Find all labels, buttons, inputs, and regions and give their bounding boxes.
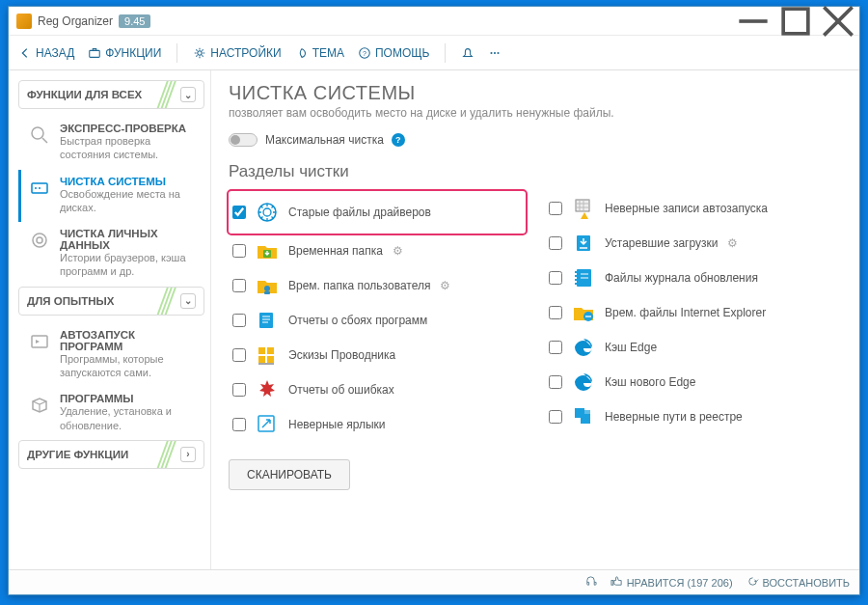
help-menu[interactable]: ? ПОМОЩЬ	[358, 46, 429, 60]
clean-item-usertemp[interactable]: Врем. папка пользователя ⚙	[229, 268, 526, 303]
toolbar: НАЗАД ФУНКЦИИ НАСТРОЙКИ ТЕМА ? ПОМОЩЬ	[9, 36, 859, 70]
clean-item-regpaths[interactable]: Неверные пути в реестре	[545, 399, 842, 434]
checkbox-crash[interactable]	[232, 314, 246, 327]
checkbox-updatelog[interactable]	[549, 271, 562, 285]
checkbox-olddownloads[interactable]	[549, 236, 562, 250]
shortcut-icon	[254, 411, 281, 438]
more-button[interactable]	[488, 46, 502, 60]
svg-text:!: !	[588, 213, 590, 219]
checkbox-old-drivers[interactable]	[232, 206, 246, 219]
restore-button[interactable]: ВОССТАНОВИТЬ	[746, 575, 850, 590]
gear-icon[interactable]: ⚙	[440, 279, 450, 292]
clean-item-updatelog[interactable]: Файлы журнала обновления	[545, 261, 842, 295]
scan-button[interactable]: СКАНИРОВАТЬ	[229, 459, 350, 490]
clean-item-autorun[interactable]: ! Неверные записи автозапуска	[545, 191, 842, 226]
label-ietemp: Врем. файлы Internet Explorer	[605, 306, 766, 319]
gear-icon	[193, 46, 206, 60]
clean-item-crash[interactable]: Отчеты о сбоях программ	[229, 303, 526, 338]
maximize-button[interactable]	[774, 7, 817, 36]
label-newedge: Кэш нового Edge	[605, 375, 695, 389]
chevron-down-icon: ⌄	[180, 87, 196, 102]
svg-rect-39	[575, 271, 578, 273]
checkbox-regpaths[interactable]	[549, 410, 562, 424]
main-content: ЧИСТКА СИСТЕМЫ позволяет вам освободить …	[211, 70, 859, 569]
svg-point-5	[198, 50, 202, 54]
checkbox-temp[interactable]	[232, 244, 246, 258]
ie-folder-icon	[570, 299, 597, 326]
checkbox-edge[interactable]	[549, 341, 562, 354]
checkbox-thumbs[interactable]	[232, 348, 246, 362]
edge-new-icon	[570, 369, 597, 396]
express-desc: Быстрая проверка состояния системы.	[60, 134, 201, 162]
svg-point-17	[37, 237, 42, 243]
clean-item-ietemp[interactable]: Врем. файлы Internet Explorer	[545, 295, 842, 330]
autostart-icon	[27, 329, 52, 354]
system-clean-title: ЧИСТКА СИСТЕМЫ	[60, 176, 201, 187]
download-icon	[570, 230, 597, 257]
back-button[interactable]: НАЗАД	[18, 46, 74, 60]
close-button[interactable]	[817, 7, 859, 36]
clean-item-thumbs[interactable]: Эскизы Проводника	[229, 338, 526, 372]
clean-grid: Старые файлы драйверов Временная папка ⚙…	[229, 191, 842, 442]
functions-menu[interactable]: ФУНКЦИИ	[88, 46, 161, 60]
support-button[interactable]	[584, 575, 597, 590]
gear-icon[interactable]: ⚙	[393, 244, 403, 258]
gear-icon[interactable]: ⚙	[727, 236, 738, 250]
checkbox-autorun[interactable]	[549, 202, 562, 215]
sidebar-item-programs[interactable]: ПРОГРАММЫ Удаление, установка и обновлен…	[18, 387, 204, 440]
clean-item-edge[interactable]: Кэш Edge	[545, 330, 842, 365]
sidebar-item-autostart[interactable]: АВТОЗАПУСК ПРОГРАММ Программы, которые з…	[18, 323, 204, 388]
flag-warn-icon: !	[570, 195, 597, 222]
edge-icon	[570, 334, 597, 361]
headset-icon	[584, 575, 597, 590]
help-badge-icon[interactable]: ?	[392, 133, 405, 147]
privacy-title: ЧИСТКА ЛИЧНЫХ ДАННЫХ	[60, 228, 201, 251]
functions-label: ФУНКЦИИ	[105, 46, 161, 60]
checkbox-newedge[interactable]	[549, 375, 562, 389]
section-header-other[interactable]: ДРУГИЕ ФУНКЦИИ ›	[18, 440, 204, 469]
sidebar: ФУНКЦИИ ДЛЯ ВСЕХ ⌄ ЭКСПРЕСС-ПРОВЕРКА Быс…	[9, 70, 211, 569]
settings-menu[interactable]: НАСТРОЙКИ	[193, 46, 281, 60]
checkbox-shortcuts[interactable]	[232, 418, 246, 431]
statusbar: НРАВИТСЯ (197 206) ВОССТАНОВИТЬ	[9, 569, 859, 594]
arrow-left-icon	[18, 46, 32, 60]
checkbox-errors[interactable]	[232, 383, 246, 397]
privacy-desc: Истории браузеров, кэша программ и др.	[60, 251, 201, 279]
svg-rect-30	[258, 356, 265, 363]
app-title: Reg Organizer	[38, 14, 113, 28]
label-usertemp: Врем. папка пользователя	[288, 279, 430, 292]
svg-rect-49	[611, 581, 613, 586]
clean-item-shortcuts[interactable]: Неверные ярлыки	[229, 407, 526, 442]
system-clean-desc: Освобождение места на дисках.	[60, 187, 201, 215]
section-header-expert[interactable]: ДЛЯ ОПЫТНЫХ ⌄	[18, 287, 204, 316]
checkbox-ietemp[interactable]	[549, 306, 562, 319]
like-button[interactable]: НРАВИТСЯ (197 206)	[610, 575, 733, 590]
box-icon	[27, 393, 52, 418]
sidebar-item-system-clean[interactable]: ЧИСТКА СИСТЕМЫ Освобождение места на дис…	[18, 170, 204, 223]
svg-point-20	[263, 208, 271, 216]
sections-title: Разделы чистки	[229, 162, 842, 181]
restore-label: ВОССТАНОВИТЬ	[763, 577, 850, 589]
section-header-all[interactable]: ФУНКЦИИ ДЛЯ ВСЕХ ⌄	[18, 80, 204, 109]
svg-point-10	[498, 51, 500, 53]
checkbox-usertemp[interactable]	[232, 279, 246, 292]
svg-rect-1	[783, 9, 808, 34]
notifications-button[interactable]	[461, 46, 475, 60]
svg-point-9	[494, 51, 496, 53]
minimize-button[interactable]	[732, 7, 774, 36]
svg-text:?: ?	[363, 49, 366, 56]
sidebar-item-privacy[interactable]: ЧИСТКА ЛИЧНЫХ ДАННЫХ Истории браузеров, …	[18, 222, 204, 287]
sidebar-item-express[interactable]: ЭКСПРЕСС-ПРОВЕРКА Быстрая проверка состо…	[18, 117, 204, 170]
svg-point-14	[35, 187, 37, 189]
svg-point-15	[39, 187, 41, 189]
clean-item-temp[interactable]: Временная папка ⚙	[229, 234, 526, 268]
bell-icon	[461, 46, 475, 60]
clean-item-newedge[interactable]: Кэш нового Edge	[545, 365, 842, 399]
clean-item-errors[interactable]: Отчеты об ошибках	[229, 372, 526, 407]
theme-menu[interactable]: ТЕМА	[295, 46, 344, 60]
max-clean-toggle[interactable]	[229, 133, 258, 147]
clean-item-old-drivers[interactable]: Старые файлы драйверов	[229, 191, 526, 234]
clean-item-olddownloads[interactable]: Устаревшие загрузки ⚙	[545, 226, 842, 261]
theme-icon	[295, 46, 309, 60]
journal-icon	[570, 264, 597, 291]
